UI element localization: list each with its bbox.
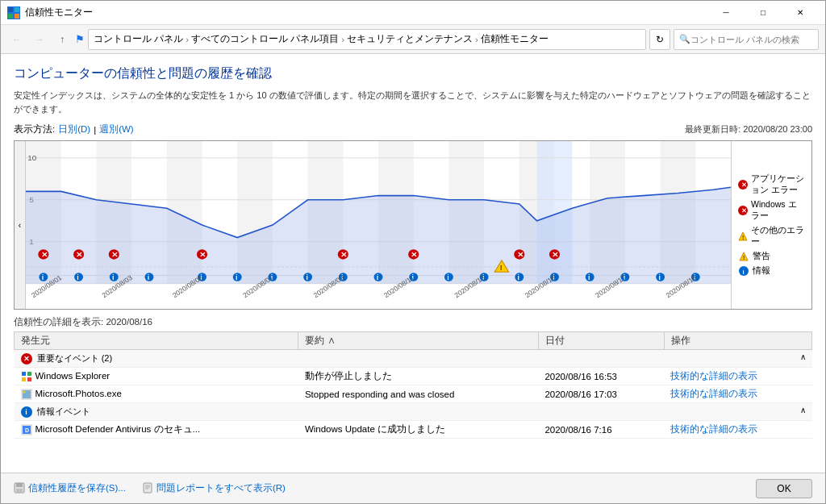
view-options: 表示方法: 日別(D) | 週別(W) [14, 123, 134, 135]
main-window: 信頼性モニター ─ □ ✕ ← → ↑ ⚑ コントロール パネル › すべてのコ… [0, 0, 826, 504]
chart-main[interactable]: 10 5 1 ✕ ✕ ✕ ✕ [26, 141, 731, 309]
search-icon: 🔍 [679, 34, 690, 44]
info-legend-icon: i [738, 265, 749, 277]
legend-warning: ! 警告 [738, 251, 805, 262]
svg-rect-1 [15, 7, 19, 12]
minimize-button[interactable]: ─ [707, 1, 745, 25]
report-icon [142, 482, 153, 495]
bottom-links: 信頼性履歴を保存(S)... 問題レポートをすべて表示(R) [14, 482, 286, 495]
svg-rect-2 [8, 14, 13, 19]
maximize-button[interactable]: □ [745, 1, 782, 25]
legend-windows-error-label: Windows エラー [751, 199, 805, 222]
address-bar: ← → ↑ ⚑ コントロール パネル › すべてのコントロール パネル項目 › … [1, 25, 825, 54]
col-summary: 要約 ∧ [298, 332, 539, 350]
bottom-bar: 信頼性履歴を保存(S)... 問題レポートをすべて表示(R) OK [1, 473, 825, 503]
defender-icon: D [21, 424, 32, 435]
page-title: コンピューターの信頼性と問題の履歴を確認 [14, 65, 812, 82]
section-collapse-icon[interactable]: ∧ [800, 352, 806, 361]
info-section-icon: i [21, 406, 32, 418]
action-cell: 技術的な詳細の表示 [664, 385, 811, 403]
source-cell: Microsoft.Photos.exe [15, 385, 298, 403]
breadcrumb: コントロール パネル › すべてのコントロール パネル項目 › セキュリティとメ… [88, 29, 646, 50]
svg-rect-3 [15, 14, 19, 19]
title-bar: 信頼性モニター ─ □ ✕ [1, 1, 825, 25]
svg-text:✕: ✕ [552, 250, 558, 259]
svg-rect-112 [16, 489, 23, 492]
table-row: Windows Explorer 動作が停止しました 2020/08/16 16… [15, 368, 812, 385]
svg-text:✕: ✕ [517, 250, 524, 259]
legend-app-error: ✕ アプリケーション エラー [738, 173, 805, 196]
chart-svg: 10 5 1 ✕ ✕ ✕ ✕ [26, 141, 731, 309]
window-controls: ─ □ ✕ [707, 1, 819, 25]
info-section-header: i 情報イベント ∧ [15, 403, 812, 421]
svg-text:✕: ✕ [741, 207, 747, 215]
ok-button[interactable]: OK [756, 479, 812, 498]
other-error-icon: ! [738, 231, 748, 242]
critical-section-header: ✕ 重要なイベント (2) ∧ [15, 350, 812, 368]
summary-cell: Stopped responding and was closed [298, 385, 539, 403]
svg-text:10: 10 [27, 153, 36, 162]
flag-icon: ⚑ [75, 33, 85, 45]
forward-button[interactable]: → [30, 30, 49, 49]
search-input[interactable] [690, 35, 813, 44]
svg-text:✕: ✕ [411, 250, 417, 259]
breadcrumb-reliability[interactable]: 信頼性モニター [481, 33, 549, 45]
refresh-button[interactable]: ↻ [649, 29, 670, 50]
back-button[interactable]: ← [7, 30, 27, 49]
svg-text:i: i [588, 273, 590, 281]
technical-detail-link-1[interactable]: 技術的な詳細の表示 [670, 371, 757, 381]
window-title: 信頼性モニター [25, 6, 707, 19]
svg-text:i: i [377, 273, 378, 281]
chart-left-arrow[interactable]: ‹ [15, 141, 26, 309]
technical-detail-link-3[interactable]: 技術的な詳細の表示 [670, 424, 757, 434]
svg-text:i: i [518, 273, 519, 281]
svg-text:!: ! [743, 255, 745, 260]
save-history-label: 信頼性履歴を保存(S)... [28, 482, 126, 494]
svg-text:i: i [42, 273, 44, 281]
breadcrumb-control-panel[interactable]: コントロール パネル [94, 33, 183, 45]
svg-text:✕: ✕ [111, 250, 118, 259]
view-reports-link[interactable]: 問題レポートをすべて表示(R) [142, 482, 286, 495]
explorer-icon [21, 371, 32, 382]
date-cell: 2020/08/16 7:16 [538, 421, 664, 439]
main-content: コンピューターの信頼性と問題の履歴を確認 安定性インデックスは、システムの全体的… [1, 54, 825, 473]
app-error-icon: ✕ [738, 179, 748, 190]
col-action: 操作 [664, 332, 811, 350]
svg-text:✕: ✕ [340, 250, 347, 259]
action-cell: 技術的な詳細の表示 [664, 368, 811, 385]
windows-error-icon: ✕ [738, 205, 748, 216]
svg-text:✕: ✕ [741, 181, 747, 189]
legend-info: i 情報 [738, 265, 805, 277]
date-cell: 2020/08/16 17:03 [538, 385, 664, 403]
summary-cell: Windows Update に成功しました [298, 421, 539, 439]
reliability-chart: ‹ [14, 140, 812, 310]
sort-icon: ∧ [327, 335, 336, 345]
info-section-row[interactable]: i 情報イベント ∧ [15, 403, 812, 421]
breadcrumb-security[interactable]: セキュリティとメンテナンス [347, 33, 473, 45]
svg-text:!: ! [500, 264, 503, 272]
view-controls: 表示方法: 日別(D) | 週別(W) 最終更新日時: 2020/08/20 2… [14, 123, 812, 135]
critical-section-row[interactable]: ✕ 重要なイベント (2) ∧ [15, 350, 812, 368]
page-description: 安定性インデックスは、システムの全体的な安定性を 1 から 10 の数値で評価し… [14, 89, 812, 115]
photos-icon [21, 389, 32, 400]
search-bar: 🔍 [674, 29, 819, 50]
svg-text:✕: ✕ [41, 250, 48, 259]
technical-detail-link-2[interactable]: 技術的な詳細の表示 [670, 389, 757, 398]
svg-text:✕: ✕ [76, 250, 82, 259]
info-section-collapse-icon[interactable]: ∧ [800, 406, 806, 414]
svg-text:i: i [77, 273, 78, 281]
breadcrumb-all-items[interactable]: すべてのコントロール パネル項目 [191, 33, 339, 45]
source-cell: Windows Explorer [15, 368, 298, 385]
save-history-link[interactable]: 信頼性履歴を保存(S)... [14, 482, 126, 495]
report-label: 問題レポートをすべて表示(R) [156, 482, 286, 494]
legend-warning-label: 警告 [753, 251, 770, 262]
svg-rect-102 [22, 377, 26, 381]
weekly-view-link[interactable]: 週別(W) [99, 123, 134, 135]
view-label: 表示方法: [14, 123, 55, 135]
up-button[interactable]: ↑ [52, 30, 72, 49]
svg-text:i: i [743, 269, 745, 276]
close-button[interactable]: ✕ [782, 1, 819, 25]
daily-view-link[interactable]: 日別(D) [58, 123, 90, 135]
svg-text:i: i [306, 273, 307, 281]
svg-text:i: i [236, 273, 237, 281]
